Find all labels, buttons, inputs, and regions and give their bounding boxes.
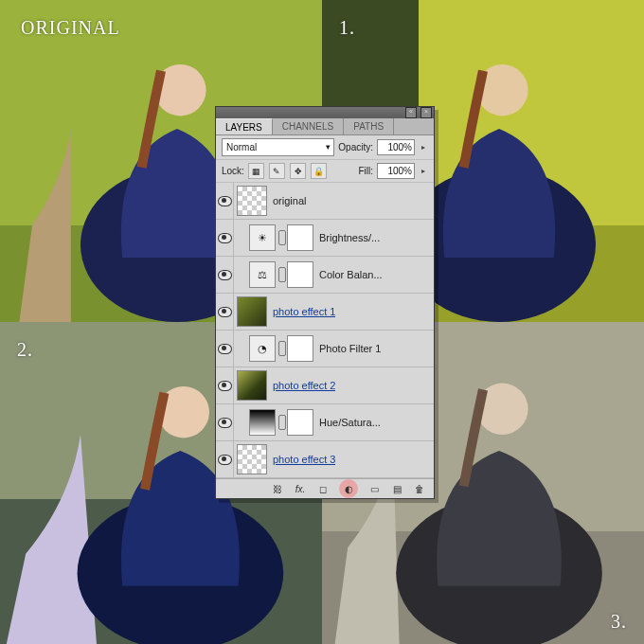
layer-name[interactable]: Brightness/... (319, 232, 380, 243)
visibility-toggle[interactable] (216, 404, 234, 440)
layer-row[interactable]: ☀Brightness/... (216, 220, 434, 257)
layer-row[interactable]: photo effect 1 (216, 294, 434, 331)
visibility-toggle[interactable] (216, 220, 234, 256)
eye-icon (218, 233, 232, 243)
blend-opacity-row: Normal Opacity: 100% ▸ (216, 135, 434, 160)
lock-pixels-icon[interactable]: ✎ (269, 163, 285, 179)
link-layers-icon[interactable]: ⛓ (271, 482, 284, 495)
link-icon (278, 230, 286, 245)
visibility-toggle[interactable] (216, 257, 234, 293)
blend-mode-select[interactable]: Normal (222, 138, 334, 156)
eye-icon (218, 418, 232, 428)
visibility-toggle[interactable] (216, 331, 234, 367)
mask-icon[interactable]: ◻ (316, 482, 330, 495)
layer-thumbnail[interactable] (237, 296, 267, 327)
tab-channels[interactable]: CHANNELS (273, 118, 344, 134)
new-layer-icon[interactable]: ▤ (390, 482, 403, 495)
layer-name[interactable]: Photo Filter 1 (319, 343, 381, 354)
lock-fill-row: Lock: ▦ ✎ ✥ 🔒 Fill: 100% ▸ (216, 160, 434, 183)
opacity-label: Opacity: (338, 142, 373, 152)
tab-paths[interactable]: PATHS (344, 118, 394, 134)
panel-footer: ⛓ fx. ◻ ◐ ▭ ▤ 🗑 (216, 478, 434, 498)
blend-mode-value: Normal (226, 140, 257, 154)
layer-name[interactable]: photo effect 2 (273, 380, 335, 391)
adjustment-icon: ◔ (249, 335, 276, 362)
link-icon (278, 341, 286, 356)
layer-thumbnail[interactable] (237, 444, 267, 474)
visibility-toggle[interactable] (216, 183, 234, 219)
layer-thumbnail[interactable] (237, 370, 267, 401)
opacity-flyout-icon[interactable]: ▸ (419, 143, 428, 152)
fill-flyout-icon[interactable]: ▸ (419, 167, 428, 175)
eye-icon (218, 196, 232, 206)
panel-tabs: LAYERS CHANNELS PATHS (216, 118, 434, 135)
trash-icon[interactable]: 🗑 (413, 482, 426, 495)
eye-icon (218, 307, 232, 317)
visibility-toggle[interactable] (216, 294, 234, 330)
layer-mask[interactable] (287, 335, 313, 362)
link-icon (278, 415, 286, 430)
layer-name[interactable]: original (273, 195, 306, 206)
layer-mask[interactable] (287, 409, 313, 436)
lock-all-icon[interactable]: 🔒 (311, 163, 327, 179)
eye-icon (218, 455, 232, 465)
fill-label: Fill: (358, 166, 373, 176)
lock-transparent-icon[interactable]: ▦ (248, 163, 264, 179)
layer-row[interactable]: ⚖Color Balan... (216, 257, 434, 294)
adjustment-icon: ☀ (249, 224, 276, 251)
layer-row[interactable]: photo effect 2 (216, 367, 434, 404)
group-icon[interactable]: ▭ (367, 482, 381, 495)
new-adjustment-layer-icon[interactable]: ◐ (339, 479, 358, 498)
label-1: 1. (339, 17, 355, 39)
link-icon (278, 267, 286, 282)
layer-row[interactable]: photo effect 3 (216, 441, 434, 478)
panel-menu-icon[interactable]: « (405, 107, 417, 118)
opacity-input[interactable]: 100% (377, 139, 415, 155)
layer-row[interactable]: ◔Photo Filter 1 (216, 331, 434, 367)
visibility-toggle[interactable] (216, 441, 234, 477)
label-2: 2. (17, 339, 33, 361)
layer-name[interactable]: photo effect 1 (273, 306, 335, 317)
fill-input[interactable]: 100% (377, 163, 415, 179)
lock-position-icon[interactable]: ✥ (290, 163, 306, 179)
visibility-toggle[interactable] (216, 367, 234, 403)
lock-label: Lock: (222, 166, 244, 176)
tab-layers[interactable]: LAYERS (216, 118, 273, 134)
fx-icon[interactable]: fx. (294, 482, 307, 495)
layer-name[interactable]: Hue/Satura... (319, 417, 381, 428)
close-icon[interactable]: × (420, 107, 432, 118)
panel-titlebar[interactable]: « × (216, 107, 434, 118)
layer-mask[interactable] (287, 224, 313, 251)
adjustment-icon (249, 409, 276, 436)
layer-row[interactable]: original (216, 183, 434, 220)
layer-name[interactable]: Color Balan... (319, 269, 383, 280)
layers-panel: « × LAYERS CHANNELS PATHS Normal Opacity… (215, 106, 435, 499)
layer-mask[interactable] (287, 261, 313, 288)
layers-list: original☀Brightness/...⚖Color Balan...ph… (216, 183, 434, 478)
label-3: 3. (611, 611, 627, 633)
adjustment-icon: ⚖ (249, 261, 276, 288)
label-original: ORIGINAL (21, 17, 120, 39)
lock-icons-group: ▦ ✎ ✥ 🔒 (248, 163, 329, 179)
layer-row[interactable]: Hue/Satura... (216, 404, 434, 441)
eye-icon (218, 381, 232, 391)
eye-icon (218, 270, 232, 280)
layer-thumbnail[interactable] (237, 186, 267, 216)
layer-name[interactable]: photo effect 3 (273, 454, 335, 465)
eye-icon (218, 344, 232, 354)
